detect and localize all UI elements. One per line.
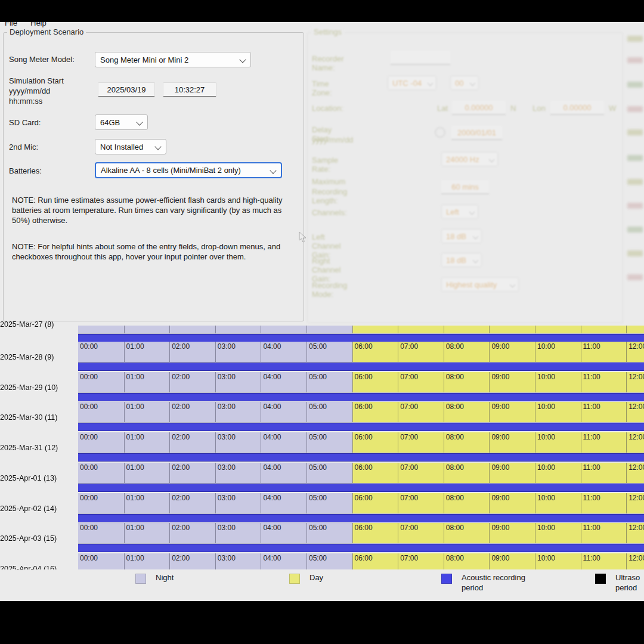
longitude-input[interactable]: 0.00000 xyxy=(550,101,604,115)
night-hour-cell: 02:00 xyxy=(169,553,215,569)
hour-label: 07:00 xyxy=(398,432,444,441)
night-hour-cell: 02:00 xyxy=(169,493,215,513)
night-hour-cell: 01:00 xyxy=(124,402,170,422)
night-hour-cell: 05:00 xyxy=(306,342,352,362)
simulation-time-input[interactable]: 10:32:27 xyxy=(163,82,216,97)
day-hour-cell: 09:00 xyxy=(489,342,535,362)
simulation-date-input[interactable]: 2025/03/19 xyxy=(98,82,155,97)
hour-label: 05:00 xyxy=(307,493,352,502)
hour-label: 08:00 xyxy=(444,372,490,381)
hour-label: 10:00 xyxy=(535,553,581,562)
hour-label: 12:00 xyxy=(627,463,644,472)
second-mic-value: Not Installed xyxy=(100,143,143,151)
chevron-down-icon xyxy=(239,56,246,63)
channels-select[interactable]: Left xyxy=(441,205,478,219)
sd-card-select[interactable]: 64GB xyxy=(95,114,148,130)
day-hour-cell: 10:00 xyxy=(535,342,581,362)
night-hour-cell: 04:00 xyxy=(261,402,306,422)
day-hour-cell xyxy=(352,326,398,333)
sd-card-value: 64GB xyxy=(100,118,120,127)
schedule-date-label: 2025-Mar-27 (8) xyxy=(0,320,78,329)
clipped-text-fragment xyxy=(627,82,643,88)
night-hour-cell: 03:00 xyxy=(215,493,261,513)
day-hour-cell: 11:00 xyxy=(581,402,627,422)
legend-label-ultrasonic: Ultrasoperiod xyxy=(615,572,640,593)
max-length-input[interactable]: 60 mins xyxy=(441,180,489,194)
hour-label: 07:00 xyxy=(398,523,444,532)
acoustic-recording-bar xyxy=(78,363,644,371)
deployment-scenario-title: Deployment Scenario xyxy=(7,27,86,36)
schedule-day-band: 00:0001:0002:0003:0004:0005:0006:0007:00… xyxy=(78,372,644,393)
left-gain-select[interactable]: 18 dB xyxy=(441,229,482,243)
chevron-down-icon xyxy=(510,282,516,288)
legend-label-line: Ultraso xyxy=(615,572,640,583)
legend-label-night: Night xyxy=(156,572,174,583)
right-gain-value: 18 dB xyxy=(446,256,466,265)
hour-label: 01:00 xyxy=(125,463,170,472)
day-hour-cell: 12:00 xyxy=(626,432,644,453)
hour-label: 11:00 xyxy=(581,402,627,411)
chevron-down-icon xyxy=(489,157,495,163)
hour-label: 10:00 xyxy=(535,463,581,472)
hour-label: 00:00 xyxy=(78,523,124,532)
longitude-value: 0.00000 xyxy=(564,103,592,112)
schedule-day-band: 00:0001:0002:0003:0004:0005:0006:0007:00… xyxy=(78,523,644,544)
time-zone-minute-select[interactable]: 00 xyxy=(450,76,479,90)
time-zone-minute-value: 00 xyxy=(455,79,463,88)
hour-label: 05:00 xyxy=(307,553,352,562)
batteries-value: Alkaline AA - 8 cells (Mini/MiniBat 2 on… xyxy=(101,166,241,175)
clipped-text-fragment xyxy=(627,129,643,135)
song-meter-model-select[interactable]: Song Meter Mini or Mini 2 xyxy=(95,52,251,67)
sample-rate-select[interactable]: 24000 Hz xyxy=(441,152,498,166)
day-hour-cell: 07:00 xyxy=(398,402,444,422)
latitude-input[interactable]: 0.00000 xyxy=(452,101,506,115)
hour-label: 10:00 xyxy=(535,402,581,411)
hour-label: 12:00 xyxy=(627,402,644,411)
night-hour-cell: 01:00 xyxy=(124,523,170,543)
day-hour-cell: 12:00 xyxy=(626,463,644,483)
hour-label: 03:00 xyxy=(216,523,261,532)
batteries-select[interactable]: Alkaline AA - 8 cells (Mini/MiniBat 2 on… xyxy=(95,162,282,178)
delay-start-checkbox[interactable] xyxy=(435,127,445,138)
hour-label: 02:00 xyxy=(170,432,215,441)
day-hour-cell: 09:00 xyxy=(489,432,535,453)
hour-label: 00:00 xyxy=(78,463,124,472)
settings-title: Settings xyxy=(311,27,344,36)
hour-label: 09:00 xyxy=(490,432,535,441)
hour-label: 11:00 xyxy=(581,432,627,441)
hour-label: 06:00 xyxy=(353,553,398,562)
hour-label: 04:00 xyxy=(261,432,306,441)
recorder-name-input[interactable] xyxy=(391,51,450,65)
deployment-scenario-panel: Deployment Scenario Song Meter Model: So… xyxy=(3,32,304,321)
hour-label: 03:00 xyxy=(216,342,261,351)
night-hour-cell: 03:00 xyxy=(215,523,261,543)
schedule-date-label: 2025-Mar-31 (12) xyxy=(0,444,78,452)
night-hour-cell: 04:00 xyxy=(261,553,306,569)
hour-label: 08:00 xyxy=(444,402,490,411)
hour-label: 11:00 xyxy=(581,493,627,502)
day-hour-cell: 08:00 xyxy=(444,553,490,569)
hour-label: 01:00 xyxy=(125,432,170,441)
day-hour-cell: 06:00 xyxy=(352,553,398,569)
day-hour-cell: 06:00 xyxy=(352,463,398,483)
schedule-date-label: 2025-Mar-29 (10) xyxy=(0,383,78,392)
hour-label: 01:00 xyxy=(125,553,170,562)
clipped-text-fragment xyxy=(627,227,643,233)
schedule-day-band: 00:0001:0002:0003:0004:0005:0006:0007:00… xyxy=(78,432,644,453)
acoustic-recording-bar xyxy=(78,453,644,462)
hour-label: 12:00 xyxy=(627,553,644,562)
hour-label: 11:00 xyxy=(581,553,627,562)
recording-mode-select[interactable]: Highest quality xyxy=(441,277,519,292)
hour-label: 02:00 xyxy=(170,342,215,351)
delay-start-date-input[interactable]: 2000/01/01 xyxy=(451,126,502,140)
recording-mode-label: Recording Mode: xyxy=(312,281,347,299)
day-hour-cell: 10:00 xyxy=(535,372,581,392)
right-gain-select[interactable]: 18 dB xyxy=(441,253,482,267)
second-mic-select[interactable]: Not Installed xyxy=(95,139,166,154)
day-hour-cell: 11:00 xyxy=(581,372,627,392)
hour-label: 01:00 xyxy=(125,402,170,411)
simulation-date-value: 2025/03/19 xyxy=(107,85,145,94)
time-zone-hour-select[interactable]: UTC -04 xyxy=(388,76,436,90)
night-hour-cell xyxy=(169,326,215,333)
hour-label: 04:00 xyxy=(261,463,306,472)
